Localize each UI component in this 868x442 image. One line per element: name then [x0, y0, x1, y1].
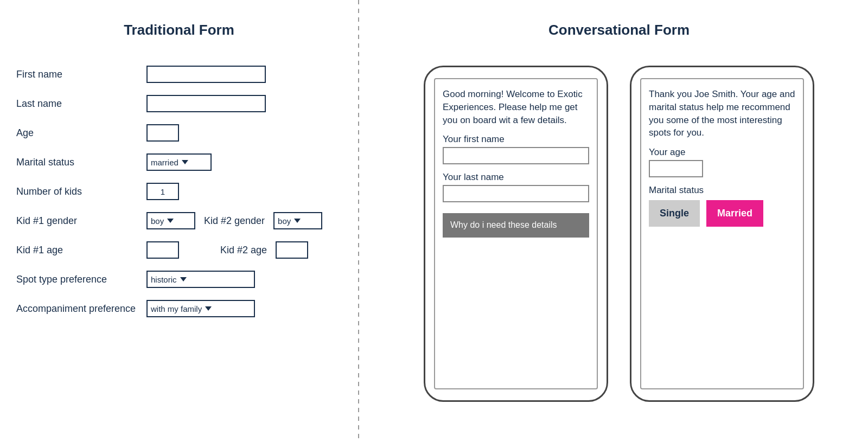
- first-name-row: First name: [16, 66, 358, 83]
- spot-type-select[interactable]: historic: [146, 271, 255, 288]
- kid2-gender-value: boy: [278, 216, 291, 226]
- marital-buttons-group: Single Married: [649, 200, 795, 227]
- age-input[interactable]: [146, 124, 179, 142]
- last-name-row: Last name: [16, 95, 358, 112]
- kid-gender-group: boy Kid #2 gender boy: [146, 212, 322, 229]
- accompaniment-label: Accompaniment preference: [16, 303, 146, 315]
- spot-type-arrow-icon: [180, 277, 187, 281]
- first-name-input[interactable]: [146, 66, 266, 83]
- kid-gender-row: Kid #1 gender boy Kid #2 gender boy: [16, 212, 358, 229]
- spot-type-row: Spot type preference historic: [16, 271, 358, 288]
- section-divider: [358, 0, 359, 442]
- traditional-form-title: Traditional Form: [16, 22, 358, 39]
- last-name-input[interactable]: [146, 95, 266, 112]
- accompaniment-select[interactable]: with my family: [146, 300, 255, 317]
- phone1-lastname-input[interactable]: [443, 185, 589, 202]
- kid1-gender-value: boy: [151, 216, 164, 226]
- age-label: Age: [16, 127, 146, 139]
- marital-status-value: married: [151, 158, 178, 167]
- spot-type-value: historic: [151, 275, 177, 284]
- kid2-age-label: Kid #2 age: [220, 245, 267, 256]
- phone2-marital-label: Marital status: [649, 185, 795, 196]
- kid1-gender-label: Kid #1 gender: [16, 215, 146, 227]
- kid1-gender-arrow-icon: [167, 219, 174, 223]
- age-row: Age: [16, 124, 358, 142]
- conversational-form-section: Conversational Form Good morning! Welcom…: [359, 0, 868, 424]
- kid-age-group: Kid #2 age: [146, 241, 308, 259]
- kid2-gender-arrow-icon: [294, 219, 301, 223]
- accompaniment-value: with my family: [151, 304, 202, 313]
- num-kids-input[interactable]: 1: [146, 183, 179, 200]
- kid1-age-label: Kid #1 age: [16, 245, 146, 256]
- kid1-age-input[interactable]: [146, 241, 179, 259]
- kid2-age-input[interactable]: [276, 241, 308, 259]
- num-kids-row: Number of kids 1: [16, 183, 358, 200]
- phone1-lastname-label: Your last name: [443, 172, 589, 183]
- marital-status-row: Marital status married: [16, 153, 358, 171]
- accompaniment-row: Accompaniment preference with my family: [16, 300, 358, 317]
- kid-age-row: Kid #1 age Kid #2 age: [16, 241, 358, 259]
- kid2-gender-label: Kid #2 gender: [204, 215, 265, 227]
- phone1-greeting: Good morning! Welcome to Exotic Experien…: [443, 88, 589, 126]
- last-name-label: Last name: [16, 98, 146, 110]
- phones-container: Good morning! Welcome to Exotic Experien…: [424, 66, 814, 402]
- phone2-marital-group: Marital status Single Married: [649, 185, 795, 227]
- phone1-firstname-label: Your first name: [443, 134, 589, 145]
- marital-status-label: Marital status: [16, 157, 146, 168]
- phone1-firstname-group: Your first name: [443, 134, 589, 164]
- why-details-button[interactable]: Why do i need these details: [443, 213, 589, 238]
- married-button[interactable]: Married: [706, 200, 763, 227]
- conversational-form-title: Conversational Form: [386, 22, 852, 39]
- phone1-firstname-input[interactable]: [443, 147, 589, 164]
- phone-1-inner: Good morning! Welcome to Exotic Experien…: [434, 78, 598, 389]
- traditional-form-section: Traditional Form First name Last name Ag…: [0, 0, 358, 351]
- marital-status-select[interactable]: married: [146, 153, 212, 171]
- kid2-gender-select[interactable]: boy: [273, 212, 322, 229]
- phone2-age-input[interactable]: [649, 160, 703, 177]
- phone1-lastname-group: Your last name: [443, 172, 589, 202]
- phone2-age-label: Your age: [649, 147, 795, 158]
- phone-2: Thank you Joe Smith. Your age and marita…: [630, 66, 814, 402]
- single-button[interactable]: Single: [649, 200, 700, 227]
- accompaniment-arrow-icon: [205, 306, 212, 311]
- phone-1: Good morning! Welcome to Exotic Experien…: [424, 66, 608, 402]
- phone2-age-group: Your age: [649, 147, 795, 177]
- marital-status-arrow-icon: [182, 160, 188, 164]
- spot-type-label: Spot type preference: [16, 274, 146, 285]
- kid1-gender-select[interactable]: boy: [146, 212, 195, 229]
- phone-2-inner: Thank you Joe Smith. Your age and marita…: [640, 78, 804, 389]
- num-kids-label: Number of kids: [16, 186, 146, 197]
- phone2-message: Thank you Joe Smith. Your age and marita…: [649, 88, 795, 139]
- first-name-label: First name: [16, 69, 146, 80]
